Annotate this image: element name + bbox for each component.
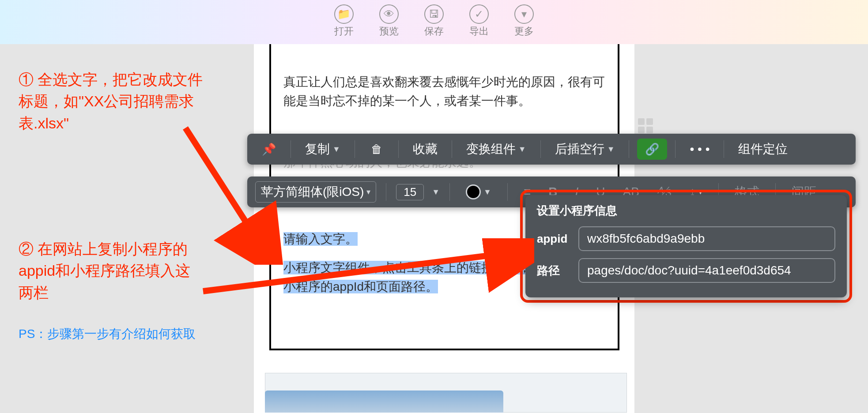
chevron-down-icon: ▼ [483, 188, 491, 197]
separator [724, 140, 724, 158]
appid-input[interactable] [578, 226, 835, 251]
button-label: 后插空行 [555, 141, 604, 158]
pin-button[interactable]: 📌 [255, 139, 283, 160]
separator [629, 140, 629, 158]
paragraph: 真正让人们总是喜欢翻来覆去感慨年少时光的原因，很有可能是当时忘不掉的某一个人，或… [283, 72, 605, 111]
more-icon: ▾ [514, 4, 534, 24]
menu-save[interactable]: 🖫保存 [424, 4, 444, 38]
font-select[interactable]: 苹方简细体(限iOS)▾ [255, 181, 376, 203]
menu-label: 预览 [379, 25, 399, 38]
context-toolbar-primary: 📌 复制▼ 🗑 收藏 变换组件▼ 后插空行▼ 🔗 • • • 组件定位 [247, 134, 856, 165]
preview-icon: 👁 [379, 4, 399, 24]
button-label: 收藏 [413, 141, 438, 158]
path-input[interactable] [578, 258, 835, 283]
text-color-button[interactable]: ▼ [460, 181, 498, 203]
annotation-step1: ① 全选文字，把它改成文件标题，如"XX公司招聘需求表.xlsx" [19, 69, 204, 134]
separator [386, 183, 386, 201]
separator [452, 140, 452, 158]
separator [355, 140, 355, 158]
separator [540, 140, 541, 158]
chevron-down-icon: ▼ [607, 145, 615, 154]
favorite-button[interactable]: 收藏 [407, 139, 444, 160]
font-size-value: 15 [404, 185, 416, 199]
menu-more[interactable]: ▾更多 [514, 4, 534, 38]
separator [675, 140, 676, 158]
more-button[interactable]: • • • [683, 139, 716, 160]
miniprogram-popover-highlight: 设置小程序信息 appid 路径 [520, 190, 852, 303]
trash-icon: 🗑 [369, 143, 384, 156]
copy-button[interactable]: 复制▼ [299, 139, 347, 160]
drag-handle-icon[interactable] [638, 118, 653, 133]
link-button[interactable]: 🔗 [637, 139, 667, 160]
appid-label: appid [537, 232, 578, 246]
ellipsis-icon: • • • [690, 142, 709, 156]
button-label: 变换组件 [466, 141, 516, 158]
chevron-down-icon: ▼ [332, 145, 340, 154]
font-size-input[interactable]: 15 [396, 184, 424, 200]
insert-blank-button[interactable]: 后插空行▼ [549, 139, 621, 160]
selected-text: 请输入文字。 [283, 232, 358, 246]
menu-label: 更多 [514, 25, 534, 38]
separator [507, 183, 508, 201]
pin-icon: 📌 [261, 143, 276, 156]
separator [398, 140, 399, 158]
miniprogram-popover: 设置小程序信息 appid 路径 [525, 195, 847, 297]
separator [291, 140, 291, 158]
path-label: 路径 [537, 263, 578, 278]
folder-icon: 📁 [334, 4, 354, 24]
menu-label: 保存 [424, 25, 444, 38]
chevron-down-icon[interactable]: ▼ [432, 188, 440, 197]
separator [449, 183, 450, 201]
image-placeholder [265, 390, 503, 413]
selected-text: 小程序的appId和页面路径。 [283, 280, 438, 293]
save-icon: 🖫 [424, 4, 444, 24]
locate-button[interactable]: 组件定位 [732, 139, 794, 160]
top-menu: 📁打开 👁预览 🖫保存 ✓导出 ▾更多 [0, 4, 868, 38]
export-icon: ✓ [469, 4, 489, 24]
annotation-ps: PS：步骤第一步有介绍如何获取 [19, 326, 196, 342]
font-name: 苹方简细体(限iOS) [261, 184, 364, 200]
appid-row: appid [537, 226, 835, 251]
link-icon: 🔗 [645, 143, 660, 156]
menu-export[interactable]: ✓导出 [469, 4, 489, 38]
menu-label: 打开 [334, 25, 354, 38]
menu-preview[interactable]: 👁预览 [379, 4, 399, 38]
transform-button[interactable]: 变换组件▼ [460, 139, 532, 160]
popover-title: 设置小程序信息 [537, 203, 835, 218]
button-label: 复制 [305, 141, 330, 158]
path-row: 路径 [537, 258, 835, 283]
menu-label: 导出 [469, 25, 489, 38]
delete-button[interactable]: 🗑 [363, 139, 390, 160]
color-swatch-icon [466, 184, 481, 199]
chevron-down-icon: ▼ [518, 145, 526, 154]
button-label: 组件定位 [738, 141, 788, 158]
selected-text: 小程序文字组件，点击工具条上的链接按钮，设置 [283, 261, 555, 274]
menu-open[interactable]: 📁打开 [334, 4, 354, 38]
annotation-step2: ② 在网站上复制小程序的appid和小程序路径填入这两栏 [19, 238, 204, 304]
chevron-down-icon: ▾ [366, 187, 370, 197]
